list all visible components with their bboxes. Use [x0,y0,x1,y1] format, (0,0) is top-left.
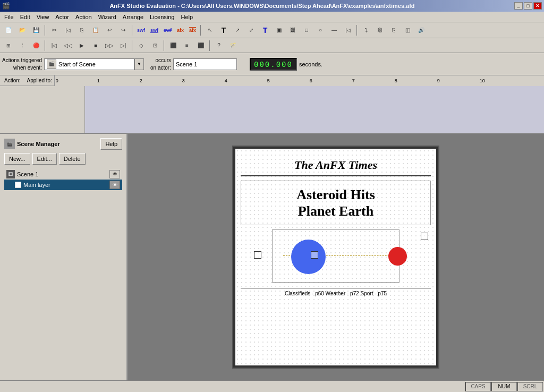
wizard-btn[interactable]: 🪄 [226,40,239,52]
help-btn[interactable]: ? [212,40,225,52]
minimize-button[interactable]: _ [514,2,523,10]
grid-btn[interactable]: ⊞ [2,40,15,52]
prev-keyframe-button[interactable]: |◁ [62,24,74,36]
newspaper-footer: Classifieds - p60 Weather - p72 Sport - … [241,288,431,296]
num-indicator: NUM [491,382,517,391]
newspaper-inner: The AnFX Times Asteroid Hits Planet Eart… [233,147,438,368]
move-tool[interactable]: ⤢ [245,24,258,36]
separator-1 [45,25,46,36]
path-tool[interactable]: ⤵ [360,24,372,36]
menu-item-arrange[interactable]: Arrange [120,13,147,21]
play-btn[interactable]: ▶ [75,40,88,52]
event-icon: 🎬 [47,59,56,69]
left-panel: 🎬 Scene Manager Help New... Edit... Dele… [0,134,128,380]
paste-button[interactable]: 📋 [89,24,102,36]
sound-tool[interactable]: 🔊 [415,24,428,36]
export-swf2-button[interactable]: swf [148,25,160,36]
undo-button[interactable]: ↩ [103,24,116,36]
menu-item-action[interactable]: Action [72,13,95,21]
next-frame-btn[interactable]: ▷▷ [103,40,116,52]
new-scene-button[interactable]: New... [4,153,30,165]
action-ruler-row: Action: Applied to: 0 1 2 3 4 5 6 7 8 9 … [0,75,544,86]
animation-area [272,229,400,283]
cut-keyframe-btn[interactable]: ⊡ [149,40,162,52]
align-right-btn[interactable]: ⬛ [194,40,207,52]
prev-frame-btn[interactable]: ◁◁ [62,40,74,52]
separator-7 [164,40,165,51]
action-label: Action: [0,78,25,83]
menu-item-actor[interactable]: Actor [52,13,72,21]
select-tool[interactable]: ↖ [203,24,216,36]
actor-field[interactable]: Scene 1 [173,58,237,70]
menu-bar: FileEditViewActorActionWizardArrangeLice… [0,12,544,22]
layer-checkbox[interactable] [15,182,21,188]
lock-btn[interactable]: 🔴 [30,40,42,52]
scene-manager-title: 🎬 Scene Manager [4,139,60,149]
export-afx2-button[interactable]: āfx [187,25,198,36]
triggered-label: Actions triggered when event: [2,57,42,72]
save-button[interactable]: 💾 [30,24,42,36]
menu-item-file[interactable]: File [1,13,17,21]
scene-manager-icon: 🎬 [4,139,15,149]
menu-item-wizard[interactable]: Wizard [95,13,120,21]
line-tool[interactable]: — [328,24,341,36]
main-content: 🎬 Scene Manager Help New... Edit... Dele… [0,134,544,380]
rect-tool[interactable]: □ [300,24,313,36]
maximize-button[interactable]: □ [524,2,532,10]
applied-label: Applied to: [25,78,54,83]
attach-tool[interactable]: ⛓ [373,24,386,36]
separator-2 [132,25,133,36]
text-tool[interactable]: T [217,24,230,36]
image-tool[interactable]: 🖼 [286,24,299,36]
scene-action-buttons: New... Edit... Delete [4,153,122,165]
scene-eye-icon[interactable]: 👁 [109,170,120,178]
scene-list: 🎞 Scene 1 👁 Main layer 👁 [4,169,122,190]
redo-button[interactable]: ↪ [117,24,130,36]
copy2-tool[interactable]: ⎘ [387,24,400,36]
export-afx1-button[interactable]: afx [175,25,186,36]
menu-item-help[interactable]: Help [177,13,196,21]
title-bar: 🎬 AnFX Studio Evaluation - C:\Users\All … [0,0,544,12]
toolbar-2: ⊞ ⁚ 🔴 |◁ ◁◁ ▶ ■ ▷▷ ▷| ◇ ⊡ ⬛ ≡ ⬛ ? 🪄 [0,38,544,53]
layers-tool[interactable]: ◫ [401,24,414,36]
export-swf1-button[interactable]: swf [135,25,147,36]
timeline-area [0,86,544,134]
circle-tool[interactable]: ○ [314,24,327,36]
menu-item-edit[interactable]: Edit [17,13,33,21]
event-dropdown-arrow[interactable]: ▼ [134,58,144,70]
arrow-tool[interactable]: ↗ [231,24,244,36]
edit-scene-button[interactable]: Edit... [32,153,57,165]
export-swf3-button[interactable]: swf [162,25,174,36]
first-frame-btn[interactable]: |◁ [48,40,61,52]
layer-item[interactable]: Main layer 👁 [4,180,122,190]
event-dropdown[interactable]: 🎬 Start of Scene [44,58,134,70]
separator-6 [132,40,133,51]
toolbar-1: 📄 📂 💾 ✂ |◁ ⎘ 📋 ↩ ↪ swf swf swf afx āfx ↖… [0,22,544,38]
newspaper-canvas: The AnFX Times Asteroid Hits Planet Eart… [232,146,439,369]
delete-scene-button[interactable]: Delete [59,153,86,165]
timeline-main[interactable] [85,86,544,133]
copy-button[interactable]: ⎘ [75,24,88,36]
open-button[interactable]: 📂 [16,24,29,36]
text2-tool[interactable]: T [259,24,271,36]
keyframe-btn[interactable]: ◇ [135,40,148,52]
menu-item-licensing[interactable]: Licensing [147,13,177,21]
menu-item-view[interactable]: View [33,13,53,21]
stop-btn[interactable]: ■ [89,40,102,52]
layer-eye-icon[interactable]: 👁 [109,181,120,189]
last-frame-btn[interactable]: ▷| [117,40,130,52]
scene-item[interactable]: 🎞 Scene 1 👁 [4,169,122,180]
new-button[interactable]: 📄 [2,24,15,36]
help-button[interactable]: Help [100,138,122,150]
dots-btn[interactable]: ⁚ [16,40,29,52]
link-tool[interactable]: |◁ [342,24,354,36]
scrl-indicator: SCRL [517,382,543,391]
close-button[interactable]: ✕ [533,2,542,10]
align-left-btn[interactable]: ⬛ [167,40,180,52]
timeline-left [0,86,85,133]
align-center-btn[interactable]: ≡ [181,40,193,52]
left-handle [254,251,261,259]
cut-button[interactable]: ✂ [48,24,61,36]
frame-tool[interactable]: ▣ [273,24,285,36]
newspaper-title: The AnFX Times [241,154,431,176]
